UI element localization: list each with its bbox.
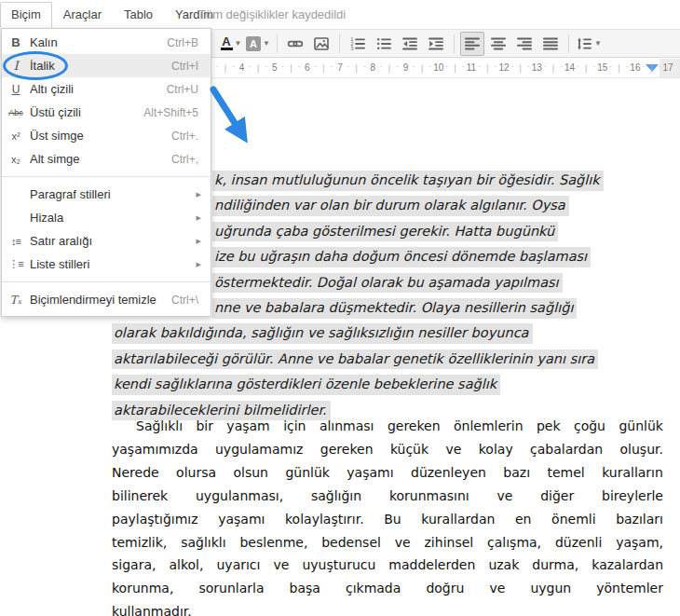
annotation-arrow-icon (200, 82, 277, 168)
ruler-tick: · (347, 62, 349, 72)
menubar-item-tablo[interactable]: Tablo (113, 2, 164, 28)
menu-item-üst-simge[interactable]: x²Üst simgeCtrl+. (2, 124, 211, 147)
ruler-number: 8 (371, 62, 376, 73)
menu-item-satır-aralığı[interactable]: ↕≡Satır aralığı▶ (2, 229, 211, 253)
ruler-tick: | (520, 63, 522, 73)
menu-item-biçimlendirmeyi-temizle[interactable]: TₓBiçimlendirmeyi temizleCtrl+\ (2, 288, 211, 311)
paragraph-line[interactable]: yaşamımızdauygulamamızgerekenküçükvekola… (112, 442, 663, 457)
menu-item-hizala[interactable]: Hizala▶ (2, 206, 211, 229)
dropdown-caret-icon: ▼ (235, 39, 242, 48)
ruler-tick: · (363, 62, 366, 72)
ruler-tick: · (625, 62, 628, 72)
numbered-list-button[interactable]: 123 (346, 32, 370, 56)
menubar-item-biçim[interactable]: Biçim (0, 2, 52, 28)
selected-italic-line[interactable]: östermektedir. Doğal olarak bu aşamada y… (212, 273, 563, 294)
menubar: BiçimAraçlarTabloYardımTüm değişiklikler… (0, 0, 680, 29)
highlight-color-button[interactable]: A▼ (245, 32, 271, 56)
menu-item-liste-stilleri[interactable]: ⋮≡Liste stilleri▶ (2, 253, 211, 276)
text-color-button[interactable]: A▼ (219, 32, 243, 56)
toolbar-separator (339, 34, 340, 53)
line-spacing-icon (576, 35, 592, 52)
menu-item-paragraf-stilleri[interactable]: Paragraf stilleri▶ (2, 183, 211, 206)
align-left-button[interactable] (460, 32, 484, 56)
ruler-tick: · (265, 62, 267, 72)
selected-italic-line[interactable]: nne ve babalara düşmektedir. Olaya nesil… (212, 298, 577, 319)
menu-item-label: Biçimlendirmeyi temizle (30, 293, 171, 307)
annotation-circle (3, 51, 68, 80)
bulleted-list-button[interactable] (372, 32, 396, 56)
insert-link-icon (287, 35, 304, 52)
ruler-tick: · (527, 62, 530, 72)
ruler-tick: | (356, 63, 358, 73)
menu-item-altı-çizili[interactable]: UAltı çiziliCtrl+U (2, 77, 211, 101)
ruler-number: 11 (467, 62, 476, 73)
menu-item-alt-simge[interactable]: x₂Alt simgeCtrl+, (2, 147, 211, 171)
ruler-tick: | (585, 63, 587, 73)
menu-item-label: Paragraf stilleri (30, 187, 197, 201)
submenu-arrow-icon: ▶ (197, 214, 211, 222)
decrease-indent-icon (401, 35, 418, 52)
ruler-tick: | (224, 63, 226, 73)
ruler-tick: · (428, 62, 431, 72)
paragraph-line[interactable]: Neredeolursaolsungünlükyaşamıdüzenleyenb… (112, 465, 663, 480)
decrease-indent-button[interactable] (398, 32, 422, 56)
ruler-tick: · (297, 62, 300, 72)
menu-item-label: Kalın (30, 35, 167, 49)
increase-indent-button[interactable] (424, 32, 448, 56)
ruler-tick: · (642, 62, 645, 72)
ruler-tick: · (396, 62, 399, 72)
highlight-color-icon: A (246, 36, 261, 51)
ruler-tick: · (379, 62, 382, 72)
paragraph-line[interactable]: temizlik,sağlıklıbeslenme,bedenselvezihi… (112, 535, 663, 550)
numbered-list-icon: 123 (349, 35, 366, 52)
ruler-tick: · (461, 62, 464, 72)
ruler-tick: | (421, 63, 423, 73)
menu-item-üstü-çizili[interactable]: AbcÜstü çiziliAlt+Shift+5 (2, 101, 211, 124)
paragraph-line[interactable]: kullanmadır. (112, 604, 663, 616)
strikethrough-icon: Abc (2, 108, 30, 117)
ruler-tick: · (413, 62, 415, 72)
selected-italic-line[interactable]: aktarabileceklerini bilmelidirler. (112, 401, 331, 421)
selected-italic-line[interactable]: uğrunda çaba gösterilmesi gerekir. Hatta… (212, 222, 558, 242)
line-spacing-button[interactable]: ▼ (575, 32, 603, 56)
ruler-tick: | (552, 63, 554, 73)
insert-link-button[interactable] (283, 32, 307, 56)
save-status: Tüm değişiklikler kaydedildi (198, 0, 346, 29)
toolbar-separator (568, 34, 569, 53)
paragraph-line[interactable]: Sağlıklıbiryaşamiçinalınmasıgerekenönlem… (112, 418, 663, 433)
ruler-number: 16 (630, 62, 640, 73)
selected-italic-line[interactable]: aktarılabileceği görülür. Anne ve babala… (112, 349, 598, 370)
ruler-tick: | (454, 63, 456, 73)
paragraph-line[interactable]: bilinerekuygulanması,sağlığınkorunmasını… (112, 488, 663, 503)
menubar-item-araçlar[interactable]: Araçlar (52, 2, 113, 28)
bold-icon: B (2, 35, 30, 49)
ruler-tick: | (388, 63, 390, 73)
ruler-number: 10 (433, 62, 443, 73)
selected-italic-line[interactable]: k, insan mutluluğunun öncelik taşıyan bi… (212, 171, 604, 191)
align-left-icon (464, 35, 481, 52)
menu-item-label: Üstü çizili (30, 105, 143, 119)
selected-italic-line[interactable]: olarak bakıldığında, sağlığın ve sağlıks… (112, 323, 533, 344)
paragraph-line[interactable]: korunma,sorunlarlabaşaçıkmadadoğruveuygu… (112, 581, 663, 595)
menu-item-label: Liste stilleri (30, 257, 197, 271)
align-center-button[interactable] (486, 32, 510, 56)
list-styles-icon: ⋮≡ (2, 258, 30, 270)
ruler-tick: | (322, 63, 324, 73)
selected-italic-line[interactable]: ndiliğinden var olan bir durum olarak al… (212, 196, 569, 216)
insert-image-button[interactable] (309, 32, 333, 56)
menu-item-label: Alt simge (30, 152, 171, 166)
paragraph-line[interactable]: sigara,alkol,uyarıcıveuyuşturucumaddeler… (112, 557, 663, 572)
align-right-button[interactable] (512, 32, 537, 56)
paragraph-line[interactable]: paylaştığımızyaşamıkolaylaştırır.Bukural… (112, 512, 663, 527)
selected-italic-line[interactable]: ize bu uğraşın daha doğum öncesi dönemde… (212, 247, 591, 267)
insert-image-icon (313, 35, 330, 52)
menu-item-label: Altı çizili (30, 82, 167, 96)
ruler-tick: | (290, 63, 292, 73)
menu-item-shortcut: Ctrl+I (171, 60, 211, 73)
selected-italic-line[interactable]: kendi sağlıklarına gösterdikleri özenle … (112, 375, 500, 395)
align-center-icon (490, 35, 507, 52)
submenu-arrow-icon: ▶ (197, 191, 211, 198)
ruler-tick: · (495, 62, 497, 72)
submenu-arrow-icon: ▶ (197, 238, 211, 245)
align-justify-button[interactable] (538, 32, 563, 56)
